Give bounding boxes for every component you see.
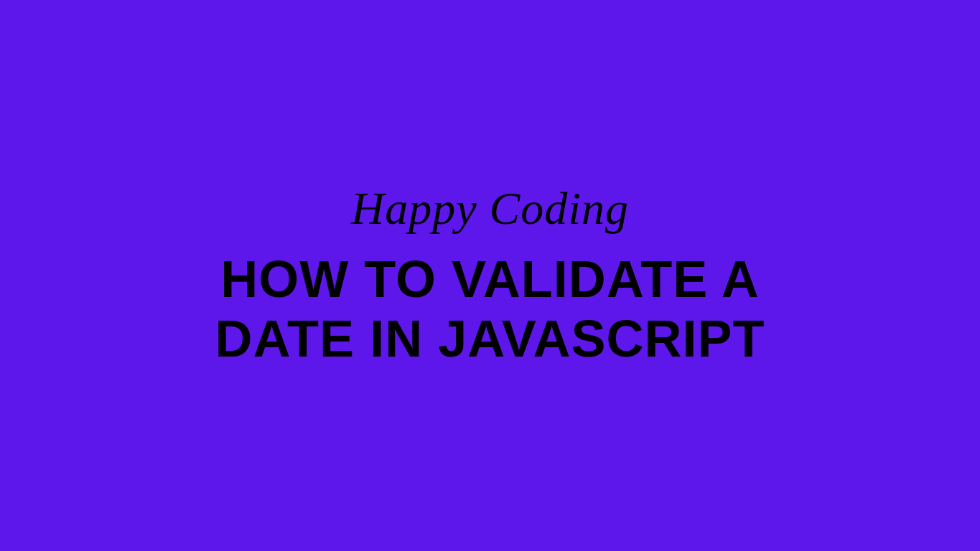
tagline-text: Happy Coding <box>351 182 629 235</box>
headline-text: HOW TO VALIDATE A DATE IN JAVASCRIPT <box>146 250 835 369</box>
